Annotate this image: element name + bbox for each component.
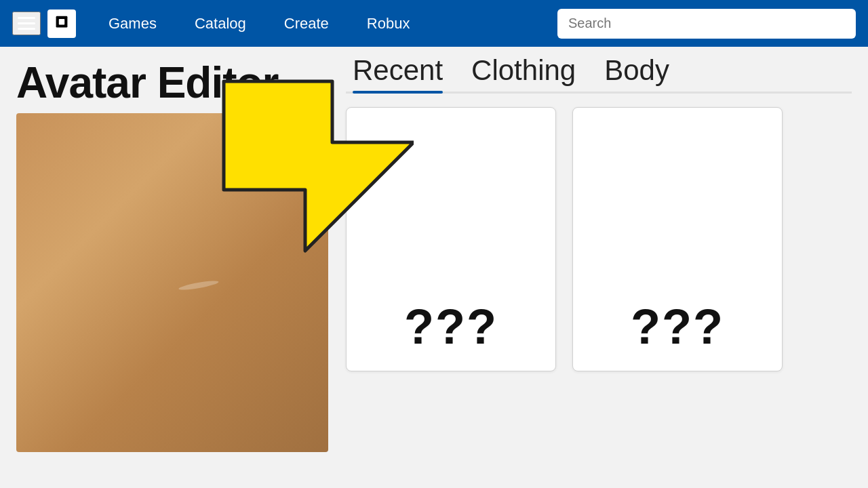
main-content: Avatar Editor Recent Clothing Body ??? ?… [0,47,868,488]
roblox-logo [47,9,76,38]
item-card-1[interactable]: ??? [346,107,556,371]
item-card-2[interactable]: ??? [572,107,783,371]
nav-games[interactable]: Games [90,0,176,47]
tabs-container: Recent Clothing Body [346,56,852,94]
item-placeholder-1: ??? [404,299,498,354]
nav-robux[interactable]: Robux [348,0,429,47]
avatar-preview [16,113,328,452]
svg-rect-1 [59,19,64,24]
nav-catalog[interactable]: Catalog [176,0,265,47]
tab-recent[interactable]: Recent [346,56,465,92]
search-container [557,9,856,39]
items-grid: ??? ??? [346,107,852,371]
nav-create[interactable]: Create [265,0,348,47]
nav-links: Games Catalog Create Robux [90,0,551,47]
tab-clothing[interactable]: Clothing [465,56,597,92]
hamburger-button[interactable] [12,12,41,35]
search-input[interactable] [557,9,856,39]
tab-body[interactable]: Body [597,56,691,92]
left-panel: Avatar Editor [0,47,332,488]
item-placeholder-2: ??? [631,299,724,354]
page-title: Avatar Editor [16,59,332,106]
navbar: Games Catalog Create Robux [0,0,868,47]
right-panel: Recent Clothing Body ??? ??? [332,47,868,488]
